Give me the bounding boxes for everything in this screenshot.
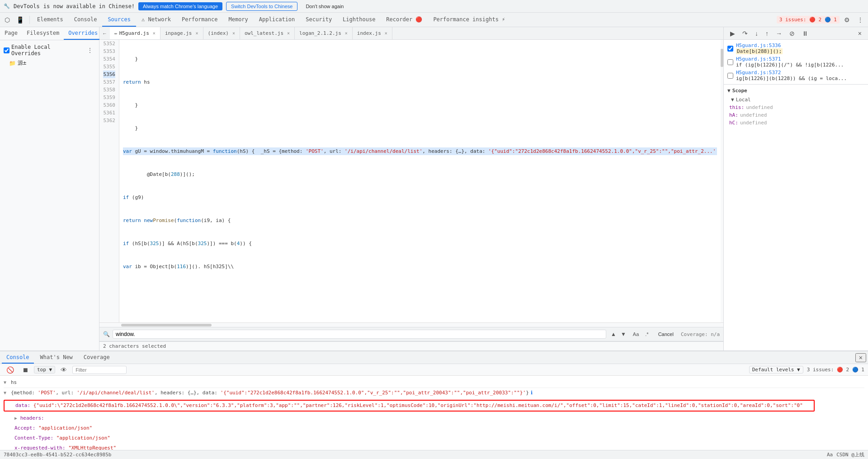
overrides-menu-icon[interactable]: ⋮	[85, 45, 95, 55]
inspect-icon[interactable]: ⬡	[2, 14, 13, 25]
search-cancel-btn[interactable]: Cancel	[654, 330, 678, 338]
file-tab-indexjs-close[interactable]: ×	[385, 31, 387, 36]
coverage-text: Coverage: n/a	[681, 331, 720, 337]
tab-lighthouse[interactable]: Lighthouse	[337, 13, 381, 27]
search-regex-btn[interactable]: .*	[643, 331, 651, 338]
horizontal-scrollbar[interactable]	[99, 322, 723, 327]
code-line: }	[123, 55, 717, 63]
file-tab-inpage-close[interactable]: ×	[196, 31, 198, 36]
devtools-container: ⬡ 📱 Elements Console Sources ⚠ Network P…	[0, 13, 868, 459]
resume-btn[interactable]: ▶	[727, 28, 738, 39]
bp-item-1[interactable]: H5guard.js:5336 Date[b(288)]();	[724, 42, 868, 55]
bottom-tab-console[interactable]: Console	[2, 351, 34, 364]
file-tab-owl-close[interactable]: ×	[287, 31, 290, 36]
search-next-btn[interactable]: ▼	[619, 330, 628, 338]
bp-item-2[interactable]: H5guard.js:5371 if (ig[b(1226)](/") && !…	[724, 55, 868, 69]
btn-dismiss[interactable]: Don't show again	[301, 2, 348, 10]
bottom-tab-whatsnew[interactable]: What's New	[36, 351, 77, 364]
pause-exceptions-btn[interactable]: ⏸	[799, 28, 811, 39]
step-out-btn[interactable]: ↑	[763, 28, 771, 39]
console-expand-headers[interactable]: ▶	[14, 416, 17, 421]
console-expand-post[interactable]: ▼	[4, 389, 9, 397]
console-content-type-val: "application/json"	[57, 435, 110, 441]
tab-recorder[interactable]: Recorder 🔴	[381, 13, 428, 27]
folder-item[interactable]: 📁 源±	[0, 58, 99, 68]
file-tab-index-close[interactable]: ×	[232, 31, 235, 36]
scope-header[interactable]: ▼ Scope	[724, 86, 868, 95]
toolbar-divider	[29, 16, 30, 24]
console-entry-hs: ▼ hs	[4, 378, 864, 388]
left-sidebar: Page Filesystem Overrides » Enable Local…	[0, 27, 99, 350]
file-tab-logan-close[interactable]: ×	[345, 31, 348, 36]
search-input[interactable]	[113, 330, 606, 339]
bp-checkbox-1[interactable]	[727, 46, 733, 52]
file-tab-modified-icon: ✏	[114, 30, 118, 36]
sidebar-tab-page[interactable]: Page	[0, 27, 22, 40]
enable-overrides-row: Enable Local Overrides ⋮	[0, 42, 99, 58]
btn-switch-devtools[interactable]: Switch DevTools to Chinese	[226, 2, 297, 11]
close-debug-panel-btn[interactable]: ×	[855, 28, 864, 39]
sidebar-tab-overrides[interactable]: Overrides	[64, 27, 102, 40]
console-content[interactable]: ▼ hs ▼ {method: 'POST', url: '/i/api/cha…	[0, 376, 868, 450]
editor-area: ← ✏ H5guard.js × inpage.js × (index) ×	[99, 27, 723, 350]
file-tab-index[interactable]: (index) ×	[203, 27, 240, 39]
console-clear-btn[interactable]: 🚫	[4, 364, 17, 375]
bp-checkbox-2[interactable]	[727, 59, 733, 65]
enable-overrides-checkbox[interactable]	[4, 47, 9, 53]
search-match-case-btn[interactable]: Aa	[631, 331, 641, 338]
tab-security[interactable]: Security	[300, 13, 337, 27]
minimap	[721, 40, 723, 322]
code-line: }	[123, 124, 717, 132]
file-tab-h5guard-close[interactable]: ×	[153, 31, 156, 36]
code-content[interactable]: } return hs } } var gU = window.thimuhua…	[119, 40, 721, 322]
console-stop-btn[interactable]: ⏹	[19, 364, 31, 375]
notification-message: is now available in Chinese!	[43, 3, 135, 9]
file-tab-logan[interactable]: logan_2.1.2.js ×	[295, 27, 353, 39]
bp-checkbox-3[interactable]	[727, 73, 733, 79]
scope-local-header[interactable]: ▼ Local	[724, 96, 868, 104]
step-into-btn[interactable]: ↓	[752, 28, 761, 39]
device-icon[interactable]: 📱	[14, 14, 27, 25]
status-brand: CSDN @上线	[836, 451, 864, 458]
file-tab-indexjs[interactable]: index.js ×	[353, 27, 392, 39]
settings-icon[interactable]: ⚙	[841, 14, 853, 25]
search-prev-btn[interactable]: ▲	[609, 330, 618, 338]
folder-icon: 📁	[9, 60, 16, 66]
console-accept-val: "application/json"	[38, 425, 92, 431]
tab-performance-insights[interactable]: Performance insights ⚡	[428, 13, 510, 27]
btn-match-language[interactable]: Always match Chrome's language	[138, 2, 222, 10]
bottom-tab-coverage[interactable]: Coverage	[79, 351, 114, 364]
sidebar-tab-filesystem[interactable]: Filesystem	[22, 27, 64, 40]
bp-code-2: if (ig[b(1226)](/") && !ig[b(1226...	[736, 62, 844, 68]
deactivate-btn[interactable]: ⊘	[787, 28, 797, 39]
more-tools-icon[interactable]: ⋮	[854, 14, 866, 25]
tab-performance[interactable]: Performance	[176, 13, 223, 27]
tab-sources[interactable]: Sources	[102, 13, 136, 27]
step-btn[interactable]: →	[773, 28, 785, 39]
console-filter-input[interactable]	[72, 366, 127, 374]
console-levels-select[interactable]: Default levels ▼	[749, 366, 803, 374]
bottom-panel-close-btn[interactable]: ×	[855, 353, 866, 362]
bp-item-3[interactable]: H5guard.js:5372 ig[b(1226)](b(1228)) && …	[724, 69, 868, 82]
file-tab-h5guard[interactable]: ✏ H5guard.js ×	[110, 27, 160, 39]
tab-memory[interactable]: Memory	[223, 13, 253, 27]
bp-filename-2: H5guard.js:5371	[736, 56, 844, 62]
selection-info: 2 characters selected	[99, 341, 723, 350]
issues-badge[interactable]: 3 issues: 🔴 2 🔵 1	[777, 16, 840, 24]
console-top-select[interactable]: top ▼	[34, 366, 55, 374]
file-tab-inpage[interactable]: inpage.js ×	[160, 27, 203, 39]
tab-console[interactable]: Console	[69, 13, 103, 27]
code-editor[interactable]: 5352 5353 5354 5355 5356 5357 5358 5359 …	[99, 40, 723, 322]
console-expand-hs[interactable]: ▼	[4, 379, 9, 387]
step-over-btn[interactable]: ↷	[740, 28, 750, 39]
console-post-source-link[interactable]: ℹ	[531, 389, 533, 397]
bp-info-2: H5guard.js:5371 if (ig[b(1226)](/") && !…	[736, 56, 844, 68]
minimap-thumb	[721, 49, 723, 67]
console-eye-btn[interactable]: 👁	[58, 364, 70, 375]
tab-application[interactable]: Application	[254, 13, 300, 27]
search-nav: ▲ ▼	[609, 330, 628, 338]
file-tab-owl[interactable]: owl_latest.js ×	[240, 27, 295, 39]
editor-back-icon[interactable]: ←	[99, 29, 110, 38]
tab-network[interactable]: ⚠ Network	[136, 13, 176, 27]
tab-elements[interactable]: Elements	[32, 13, 69, 27]
